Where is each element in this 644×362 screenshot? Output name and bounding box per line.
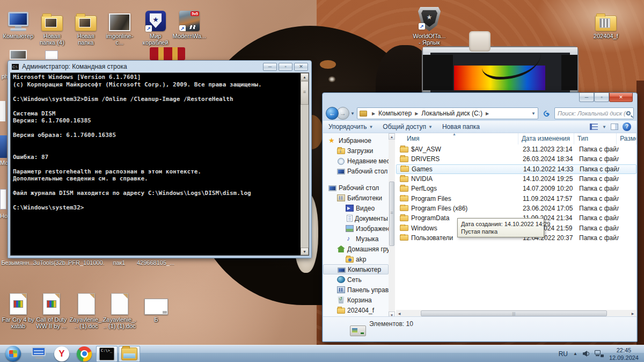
file-row[interactable]: Program Files 11.09.2024 17:57 Папка с ф… xyxy=(396,193,636,203)
scroll-up-icon[interactable]: ▲ xyxy=(389,133,395,140)
minimize-button[interactable]: ─ xyxy=(579,93,594,102)
address-dropdown-icon[interactable]: ▼ xyxy=(528,111,536,116)
desktop-icon-202404-f[interactable]: 202404_f xyxy=(589,4,623,39)
sidebar-item-homegroup[interactable]: Домашняя группа xyxy=(323,244,389,254)
partial-icon[interactable] xyxy=(0,189,6,209)
taskbar-clock[interactable]: 22:45 12.09.2024 xyxy=(609,346,639,361)
desktop-icon-imgonline[interactable]: imgonline-c... xyxy=(103,4,137,46)
back-button[interactable]: ← xyxy=(326,107,339,120)
monitor-icon xyxy=(328,185,336,191)
cmd-title-bar[interactable]: Администратор: Командная строка ─ ▫ ✕ xyxy=(8,61,311,73)
taskbar-explorer-button[interactable] xyxy=(119,346,140,362)
desktop-icon-3utools[interactable]: 3uTools(32b... xyxy=(33,259,70,266)
sidebar-item-pictures[interactable]: Изображения xyxy=(323,223,389,234)
maximize-button[interactable]: ▫ xyxy=(594,93,609,102)
search-box[interactable]: Поиск: Локальный диск (C:) xyxy=(554,107,634,119)
sidebar-item-computer[interactable]: Компьютер xyxy=(323,264,389,274)
volume-icon[interactable] xyxy=(583,350,589,357)
refresh-button[interactable] xyxy=(540,107,552,119)
change-view-icon[interactable] xyxy=(590,124,598,130)
start-button[interactable] xyxy=(2,346,24,362)
history-dropdown-icon[interactable]: ▼ xyxy=(350,111,355,116)
desktop-icon-world-of-tanks[interactable]: ★ WorldOfTa... - Ярлык xyxy=(412,4,447,46)
desktop-icon-pfr[interactable]: PFR_101000... xyxy=(68,259,105,266)
sidebar-item-akp[interactable]: akp xyxy=(323,254,389,264)
column-header-size[interactable]: Размер xyxy=(617,133,636,144)
desktop-icon-pak1[interactable]: пак1 xyxy=(103,259,136,266)
desktop-icon-b-image[interactable]: Б xyxy=(139,288,173,323)
breadcrumb-local-disk-c[interactable]: Локальный диск (C:) xyxy=(421,110,482,117)
file-row[interactable]: Program Files (x86) 23.06.2024 17:05 Пап… xyxy=(396,204,636,213)
close-button[interactable]: ✕ xyxy=(294,63,308,71)
network-icon[interactable] xyxy=(595,350,604,357)
sidebar-item-network[interactable]: Сеть xyxy=(323,274,389,285)
file-row[interactable]: NVIDIA 14.10.2024 19:25 Папка с файлами xyxy=(396,174,636,184)
sidebar-item-desktop-root[interactable]: Рабочий стол xyxy=(323,183,389,193)
desktop-icon-new-folder-4[interactable]: Новая папка (4) xyxy=(35,4,69,46)
sidebar-item-documents[interactable]: Документы xyxy=(323,213,389,223)
sidebar-item-favorites[interactable]: Избранное xyxy=(323,135,389,146)
sidebar-item-desktop[interactable]: Рабочий стол xyxy=(323,166,389,176)
column-header-type[interactable]: Тип xyxy=(574,133,617,144)
sidebar-item-video[interactable]: Видео xyxy=(323,203,389,213)
close-button[interactable]: ✕ xyxy=(609,93,633,102)
preview-pane-icon[interactable] xyxy=(611,124,618,130)
maximize-button[interactable]: ▫ xyxy=(279,63,292,71)
file-row[interactable]: PerfLogs 14.07.2009 10:20 Папка с файлам… xyxy=(396,184,636,193)
language-indicator[interactable]: RU xyxy=(559,350,568,358)
sidebar-item-recent-places[interactable]: Недавние места xyxy=(323,156,389,166)
taskbar-chrome-button[interactable] xyxy=(74,346,95,362)
sidebar-item-recycle-bin[interactable]: Корзина xyxy=(323,295,389,305)
minimize-button[interactable]: ─ xyxy=(263,63,277,71)
5v5-badge: 5v5 xyxy=(191,11,199,16)
taskbar-yandex-browser-button[interactable]: Y xyxy=(51,346,72,362)
column-header-date[interactable]: Дата изменения xyxy=(518,133,574,144)
cmd-window-title: Администратор: Командная строка xyxy=(22,63,263,70)
desktop-icon-cod-ww2[interactable]: Call of Duty WW II by ... xyxy=(34,288,69,329)
organize-menu[interactable]: Упорядочить▼ xyxy=(328,123,373,131)
file-row[interactable]: $AV_ASW 23.11.2023 23:14 Папка с файлами xyxy=(396,144,636,154)
sidebar-item-music[interactable]: Музыка xyxy=(323,234,389,244)
sidebar-item-downloads[interactable]: Загрузки xyxy=(323,146,389,156)
dog-eyebrow xyxy=(320,60,336,69)
share-menu[interactable]: Общий доступ▼ xyxy=(383,123,433,131)
desktop-icon-world-of-warships[interactable]: ★ Мир кораблей xyxy=(138,4,173,46)
sidebar-scrollbar[interactable]: ▲ ▼ xyxy=(389,133,395,318)
scrollbar-thumb[interactable] xyxy=(389,182,394,246)
taskbar-cmd-button[interactable] xyxy=(96,346,118,362)
views-dropdown-icon[interactable]: ▼ xyxy=(602,125,606,129)
address-bar[interactable]: ▶ Компьютер ▶ Локальный диск (C:) ▶ ▼ xyxy=(357,107,538,119)
partial-doc-icon[interactable] xyxy=(45,50,58,60)
desktop-icon-zayavlenie-1[interactable]: Zayavlenie_... (1).doc xyxy=(69,288,104,329)
sidebar-item-202404-f[interactable]: 202404_f xyxy=(323,305,389,315)
desktop-icon-zayavlenie-1-1[interactable]: Zayavlenie_... (1) (1).doc xyxy=(103,288,137,329)
console-scrollbar[interactable]: ▲ ▼ xyxy=(301,73,309,255)
monitor-app-icon xyxy=(32,347,47,361)
scroll-down-icon[interactable]: ▼ xyxy=(301,248,309,255)
folder-icon xyxy=(400,166,409,172)
desktop-icon-new-folder[interactable]: Новая папка xyxy=(69,4,103,46)
new-folder-button[interactable]: Новая папка xyxy=(442,123,480,131)
hidden-icons-arrow[interactable]: ▲ xyxy=(573,351,577,356)
desktop-icon-modern-warships[interactable]: 5v5 ModernWa... xyxy=(172,4,207,39)
sidebar-item-control-panel[interactable]: Панель управления xyxy=(323,285,389,295)
desktop-icon-429668105[interactable]: 429668105_... xyxy=(137,259,174,266)
column-header-name[interactable]: Имя xyxy=(396,133,518,144)
file-row[interactable]: DRIVERS 26.03.2024 18:34 Папка с файлами xyxy=(396,154,636,164)
file-row-games-hovered[interactable]: Games 14.10.2022 14:33 Папка с файлами xyxy=(396,164,636,174)
partial-icon[interactable] xyxy=(0,135,7,158)
partial-image-icon[interactable] xyxy=(10,50,27,60)
help-icon[interactable]: ? xyxy=(623,122,631,131)
desktop-icon-computer[interactable]: Компьютер xyxy=(1,4,35,39)
cmd-console[interactable]: Microsoft Windows [Version 6.1.7601] (c)… xyxy=(10,73,309,256)
desktop-icon-farcry4[interactable]: Far Cry 4 by xatab xyxy=(1,288,35,329)
scrollbar-thumb[interactable] xyxy=(421,310,607,316)
scrollbar-thumb[interactable] xyxy=(301,81,309,105)
scroll-up-icon[interactable]: ▲ xyxy=(301,73,309,81)
breadcrumb-separator: ▶ xyxy=(486,111,489,116)
taskbar-remote-access-button[interactable] xyxy=(28,346,50,362)
breadcrumb-computer[interactable]: Компьютер xyxy=(378,110,412,117)
desktop-icon-bezymyann[interactable]: Безымянн... xyxy=(1,259,34,266)
sidebar-item-libraries[interactable]: Библиотеки xyxy=(323,193,389,203)
partial-icon[interactable] xyxy=(0,101,6,121)
